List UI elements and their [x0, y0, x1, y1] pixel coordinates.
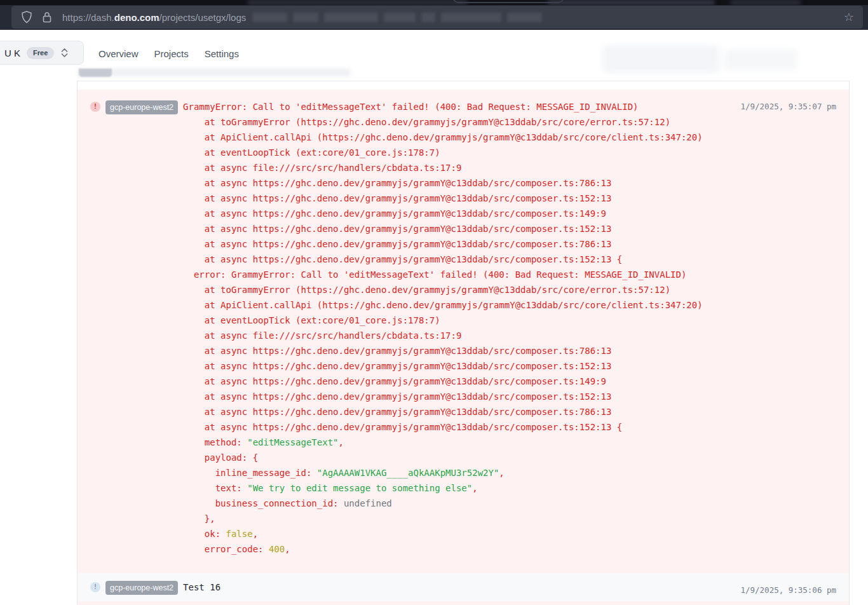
log-entry-partial-bottom: [78, 601, 849, 605]
info-level-icon: !: [90, 582, 100, 592]
url-path: /projects/usetgx/logs: [159, 12, 247, 23]
log-timestamp: 1/9/2025, 9:35:06 pm: [740, 583, 836, 598]
redacted-cutoff-log: [78, 69, 351, 76]
redacted-header-controls: [724, 49, 797, 71]
log-panel[interactable]: !gcp-europe-west2GrammyError: Call to 'e…: [77, 81, 850, 605]
log-line: at async https://ghc.deno.dev/grammyjs/g…: [183, 252, 836, 267]
browser-chrome: https://dash.deno.com/projects/usetgx/lo…: [0, 0, 868, 30]
error-level-icon: !: [90, 102, 100, 112]
log-line: },: [183, 511, 836, 526]
log-line: at async https://ghc.deno.dev/grammyjs/g…: [183, 236, 836, 252]
log-line: at async https://ghc.deno.dev/grammyjs/g…: [183, 206, 836, 221]
log-line: GrammyError: Call to 'editMessageText' f…: [183, 99, 836, 114]
log-entry: !gcp-europe-west2Test 161/9/2025, 9:35:0…: [78, 573, 849, 601]
plan-badge: Free: [27, 47, 54, 59]
log-line: at eventLoopTick (ext:core/01_core.js:17…: [183, 145, 836, 160]
log-line: payload: {: [183, 450, 836, 465]
log-entries: !gcp-europe-west2GrammyError: Call to 'e…: [78, 90, 849, 601]
nav-settings[interactable]: Settings: [205, 48, 239, 59]
redacted-tab-area: [248, 0, 467, 5]
redacted-cutoff-badge: [79, 69, 112, 77]
chevron-updown-icon: [60, 48, 69, 58]
nav-projects[interactable]: Projects: [154, 48, 189, 59]
url-prefix: https://dash.: [62, 12, 114, 23]
log-line: at toGrammyError (https://ghc.deno.dev/g…: [183, 114, 836, 130]
log-line: at async https://ghc.deno.dev/grammyjs/g…: [183, 419, 836, 435]
redacted-url-query: [252, 13, 542, 22]
log-line: at async https://ghc.deno.dev/grammyjs/g…: [183, 175, 836, 191]
org-switcher[interactable]: U K Free: [0, 41, 84, 65]
log-line: text: "We try to edit message to somethi…: [183, 480, 836, 496]
log-entry-partial-top: [78, 81, 849, 90]
browser-tab-strip: [0, 0, 868, 5]
log-line: at async https://ghc.deno.dev/grammyjs/g…: [183, 358, 836, 374]
log-line: inline_message_id: "AgAAAAW1VKAG____aQkA…: [183, 465, 836, 480]
region-badge: gcp-europe-west2: [105, 581, 178, 595]
nav-overview[interactable]: Overview: [98, 48, 139, 59]
log-entry: !gcp-europe-west2GrammyError: Call to 'e…: [78, 90, 849, 573]
redacted-header-controls: [602, 45, 720, 73]
log-line: at async https://ghc.deno.dev/grammyjs/g…: [183, 374, 836, 389]
log-line: at async https://ghc.deno.dev/grammyjs/g…: [183, 221, 836, 236]
log-line: at toGrammyError (https://ghc.deno.dev/g…: [183, 282, 836, 297]
log-line: business_connection_id: undefined: [183, 496, 836, 511]
browser-tab[interactable]: [452, 0, 564, 3]
log-message: Test 16: [183, 580, 836, 595]
log-line: Test 16: [183, 580, 836, 595]
log-line: method: "editMessageText",: [183, 435, 836, 450]
log-line: at async https://ghc.deno.dev/grammyjs/g…: [183, 343, 836, 358]
log-line: at async https://ghc.deno.dev/grammyjs/g…: [183, 404, 836, 419]
log-line: at eventLoopTick (ext:core/01_core.js:17…: [183, 313, 836, 328]
log-line: error: GrammyError: Call to 'editMessage…: [183, 267, 836, 282]
tracking-shield-icon[interactable]: [20, 10, 33, 24]
url-text[interactable]: https://dash.deno.com/projects/usetgx/lo…: [62, 12, 246, 23]
address-bar[interactable]: https://dash.deno.com/projects/usetgx/lo…: [11, 6, 863, 29]
main-nav: Overview Projects Settings: [98, 48, 239, 59]
log-line: at async file:///src/src/handlers/cbdata…: [183, 160, 836, 175]
redacted-tab-area: [731, 0, 801, 5]
log-line: at ApiClient.callApi (https://ghc.deno.d…: [183, 297, 836, 313]
bookmark-star-icon[interactable]: ☆: [844, 11, 854, 23]
log-line: at async https://ghc.deno.dev/grammyjs/g…: [183, 389, 836, 404]
log-line: at async file:///src/src/handlers/cbdata…: [183, 328, 836, 343]
log-timestamp: 1/9/2025, 9:35:07 pm: [740, 99, 836, 114]
org-name: U K: [4, 48, 20, 58]
url-domain: deno.com: [114, 12, 159, 23]
log-line: error_code: 400,: [183, 541, 836, 557]
log-line: ok: false,: [183, 526, 836, 541]
redacted-tab-area: [548, 0, 714, 5]
log-line: at ApiClient.callApi (https://ghc.deno.d…: [183, 130, 836, 145]
log-line: at async https://ghc.deno.dev/grammyjs/g…: [183, 191, 836, 206]
log-message: GrammyError: Call to 'editMessageText' f…: [183, 99, 836, 557]
region-badge: gcp-europe-west2: [105, 100, 178, 114]
padlock-icon[interactable]: [42, 11, 52, 24]
